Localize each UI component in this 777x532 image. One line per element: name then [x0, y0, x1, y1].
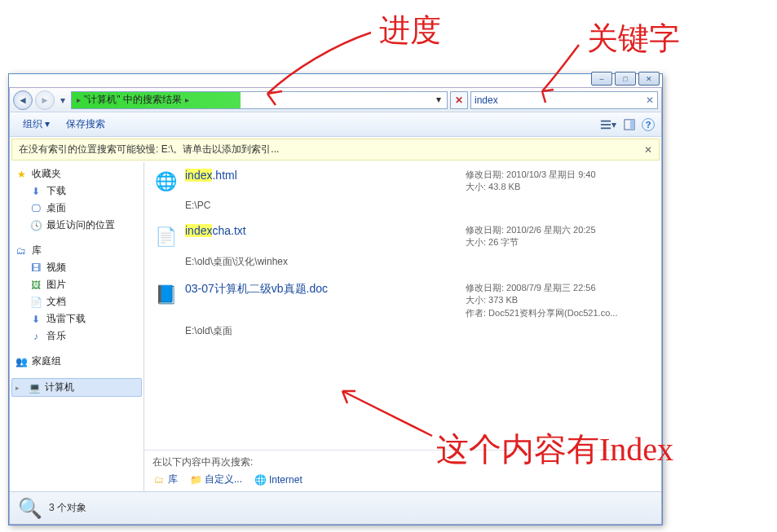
- picture-icon: 🖼: [29, 279, 42, 292]
- command-bar: 组织 ▾ 保存搜索 ▾ ?: [10, 112, 661, 137]
- results-pane: 🌐 index.html 修改日期: 2010/10/3 星期日 9:40大小:…: [144, 162, 661, 491]
- result-name[interactable]: indexcha.txt: [185, 224, 246, 237]
- favorites-group[interactable]: ★收藏夹: [11, 165, 142, 182]
- address-bar[interactable]: ▸ "计算机" 中的搜索结果 ▸ ▾: [71, 91, 448, 109]
- sidebar-item-xunlei[interactable]: ⬇迅雷下载: [11, 310, 142, 328]
- sidebar-item-pictures[interactable]: 🖼图片: [11, 276, 142, 293]
- maximize-button[interactable]: □: [615, 72, 636, 86]
- search-again-custom[interactable]: 📁自定义...: [189, 473, 242, 486]
- result-path: E:\old\桌面\汉化\winhex: [185, 255, 653, 269]
- result-meta: 修改日期: 2010/2/6 星期六 20:25大小: 26 字节: [466, 224, 653, 250]
- breadcrumb-arrow-icon: ▸: [77, 95, 81, 104]
- recent-icon: 🕓: [29, 219, 42, 232]
- download-icon: ⬇: [29, 313, 42, 326]
- address-dropdown[interactable]: ▾: [432, 94, 445, 107]
- close-button[interactable]: ✕: [638, 72, 660, 86]
- internet-icon: 🌐: [254, 473, 267, 486]
- search-result[interactable]: 🌐 index.html 修改日期: 2010/10/3 星期日 9:40大小:…: [152, 167, 653, 196]
- result-name[interactable]: 03-07计算机二级vb真题.doc: [185, 282, 328, 295]
- sidebar-item-desktop[interactable]: 🖵桌面: [11, 200, 142, 217]
- result-path: E:\old\桌面: [185, 324, 653, 338]
- music-icon: ♪: [29, 330, 42, 343]
- status-text: 3 个对象: [49, 501, 86, 515]
- homegroup-item[interactable]: 👥家庭组: [11, 353, 142, 370]
- text-file-icon: 📄: [152, 224, 179, 250]
- svg-rect-0: [601, 120, 611, 121]
- search-again-label: 在以下内容中再次搜索:: [152, 455, 653, 469]
- desktop-icon: 🖵: [29, 202, 42, 215]
- video-icon: 🎞: [29, 262, 42, 275]
- svg-rect-4: [630, 119, 634, 129]
- explorer-window: – □ ✕ ◄ ► ▾ ▸ "计算机" 中的搜索结果 ▸ ▾ ✕ ✕: [8, 73, 663, 525]
- nav-history-dropdown[interactable]: ▾: [57, 92, 68, 108]
- preview-pane-button[interactable]: [620, 117, 638, 133]
- minimize-button[interactable]: –: [591, 72, 612, 86]
- sidebar-item-recent[interactable]: 🕓最近访问的位置: [11, 217, 142, 234]
- breadcrumb-label: "计算机" 中的搜索结果: [84, 93, 182, 107]
- help-button[interactable]: ?: [642, 118, 655, 131]
- organize-menu[interactable]: 组织 ▾: [16, 115, 56, 134]
- save-search-button[interactable]: 保存搜索: [60, 115, 112, 134]
- html-file-icon: 🌐: [152, 169, 179, 195]
- download-icon: ⬇: [29, 185, 42, 198]
- magnifier-icon: 🔍: [18, 497, 42, 520]
- sidebar-item-documents[interactable]: 📄文档: [11, 293, 142, 310]
- libraries-group[interactable]: 🗂库: [11, 242, 142, 259]
- navigation-bar: ◄ ► ▾ ▸ "计算机" 中的搜索结果 ▸ ▾ ✕ ✕: [10, 88, 661, 112]
- index-warning-text: 在没有索引的位置搜索可能较慢: E:\。请单击以添加到索引...: [19, 143, 279, 156]
- word-file-icon: 📘: [152, 282, 179, 308]
- document-icon: 📄: [29, 296, 42, 309]
- close-infobar-icon[interactable]: ✕: [644, 144, 652, 156]
- star-icon: ★: [15, 168, 28, 181]
- sidebar-item-videos[interactable]: 🎞视频: [11, 259, 142, 276]
- status-bar: 🔍 3 个对象: [10, 491, 661, 524]
- search-result[interactable]: 📘 03-07计算机二级vb真题.doc 修改日期: 2008/7/9 星期三 …: [152, 280, 653, 321]
- computer-item[interactable]: ▸💻计算机: [11, 378, 142, 397]
- computer-icon: 💻: [28, 381, 41, 394]
- breadcrumb-arrow-icon: ▸: [185, 95, 189, 104]
- search-input[interactable]: [475, 95, 646, 106]
- annotation-progress-text: 进度: [379, 13, 441, 47]
- search-again-internet[interactable]: 🌐Internet: [254, 473, 302, 486]
- custom-icon: 📁: [189, 473, 202, 486]
- clear-search-icon[interactable]: ✕: [646, 95, 654, 106]
- library-icon: 🗂: [152, 473, 166, 486]
- back-button[interactable]: ◄: [13, 90, 33, 110]
- result-meta: 修改日期: 2008/7/9 星期三 22:56大小: 373 KB作者: Do…: [466, 282, 653, 319]
- library-icon: 🗂: [15, 244, 28, 257]
- forward-button[interactable]: ►: [35, 90, 55, 110]
- result-path: E:\PC: [185, 200, 653, 211]
- index-warning-bar[interactable]: 在没有索引的位置搜索可能较慢: E:\。请单击以添加到索引... ✕: [11, 138, 660, 160]
- svg-rect-1: [601, 124, 611, 125]
- search-box[interactable]: ✕: [470, 91, 658, 109]
- stop-button[interactable]: ✕: [450, 91, 468, 109]
- search-result[interactable]: 📄 indexcha.txt 修改日期: 2010/2/6 星期六 20:25大…: [152, 222, 653, 252]
- svg-rect-2: [601, 127, 611, 129]
- navigation-pane: ★收藏夹 ⬇下载 🖵桌面 🕓最近访问的位置 🗂库 🎞视频 🖼图片 📄文档 ⬇迅雷…: [10, 162, 144, 491]
- chevron-right-icon: ▸: [15, 384, 24, 392]
- search-again-libraries[interactable]: 🗂库: [152, 473, 178, 486]
- annotation-keyword-text: 关键字: [587, 21, 680, 55]
- sidebar-item-downloads[interactable]: ⬇下载: [11, 182, 142, 200]
- result-name[interactable]: index.html: [185, 169, 237, 182]
- view-mode-button[interactable]: ▾: [599, 117, 617, 133]
- search-again-section: 在以下内容中再次搜索: 🗂库 📁自定义... 🌐Internet: [144, 450, 661, 491]
- homegroup-icon: 👥: [15, 355, 28, 368]
- sidebar-item-music[interactable]: ♪音乐: [11, 328, 142, 345]
- result-meta: 修改日期: 2010/10/3 星期日 9:40大小: 43.8 KB: [466, 169, 653, 195]
